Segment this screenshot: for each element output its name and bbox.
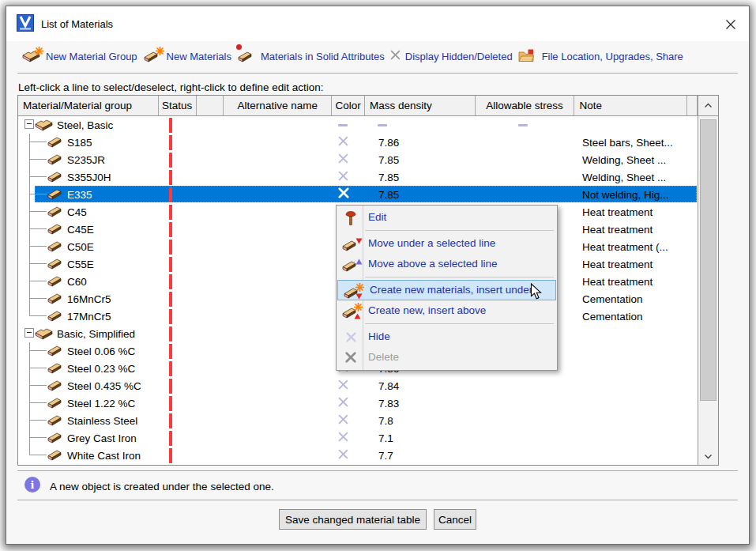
expander-minus-icon[interactable] xyxy=(24,328,34,338)
toolbar-item-new-materials[interactable]: New Materials xyxy=(143,46,231,66)
scrollbar-thumb[interactable] xyxy=(700,119,717,401)
tree-line xyxy=(29,203,30,221)
material-icon xyxy=(47,414,62,426)
cancel-button[interactable]: Cancel xyxy=(434,509,476,530)
menu-item-create-new-materials-insert-under[interactable]: Create new materials, insert under xyxy=(337,280,556,300)
note-value: Heat treatment xyxy=(582,224,653,236)
material-label: C55E xyxy=(67,259,94,270)
hammer-icon xyxy=(340,209,361,226)
material-label: S185 xyxy=(67,137,92,149)
table-row-e335[interactable]: E3357.85Not welding, Hig... xyxy=(18,186,698,203)
table-row-steel-0-435-c[interactable]: Steel 0.435 %C7.84 xyxy=(18,377,698,394)
color-x-icon xyxy=(338,187,349,202)
hide-icon xyxy=(340,328,361,345)
material-cell: White Cast Iron xyxy=(18,447,159,464)
note-value: Not welding, Hig... xyxy=(582,189,669,201)
material-group-icon xyxy=(35,326,54,340)
table-row-s235jr[interactable]: S235JR7.85Welding, Sheet ... xyxy=(18,151,698,168)
column-header-empty-2[interactable] xyxy=(197,96,224,115)
toolbar-item-label: New Materials xyxy=(167,51,231,62)
mass-density-cell: 7.85 xyxy=(366,151,476,168)
toolbar: New Material GroupNew MaterialsMaterials… xyxy=(22,45,683,67)
menu-item-move-under-a-selected-line[interactable]: Move under a selected line xyxy=(337,233,557,254)
menu-item-label: Move under a selected line xyxy=(368,237,495,249)
menu-item-move-above-a-selected-line[interactable]: Move above a selected line xyxy=(337,254,557,274)
menu-item-edit[interactable]: Edit xyxy=(337,207,557,228)
column-header-status[interactable]: Status xyxy=(159,96,197,115)
table-row-grey-cast-iron[interactable]: Grey Cast Iron7.1 xyxy=(18,429,698,447)
alternative-name-cell xyxy=(224,360,333,377)
material-label: C50E xyxy=(67,241,94,253)
column-header-mass-density[interactable]: Mass density xyxy=(365,96,476,115)
vertical-scrollbar[interactable] xyxy=(698,96,718,465)
close-icon[interactable] xyxy=(724,17,738,32)
column-header-allowable-stress[interactable]: Allowable stress xyxy=(476,96,575,115)
status-mark xyxy=(169,413,172,428)
tree-line xyxy=(29,194,47,194)
table-row-group-steel-basic[interactable]: Steel, Basic xyxy=(18,116,698,134)
allowable-stress-cell xyxy=(476,377,576,394)
material-icon xyxy=(47,362,62,374)
tree-line xyxy=(29,134,30,151)
spacer-cell xyxy=(197,290,224,308)
toolbar-item-label: New Material Group xyxy=(46,51,137,62)
column-header-note[interactable]: Note xyxy=(574,96,687,115)
mouse-cursor-icon xyxy=(530,283,542,304)
column-header-empty-8[interactable] xyxy=(687,96,698,115)
scroll-up-icon[interactable] xyxy=(698,96,718,116)
menu-separator xyxy=(365,230,554,231)
material-group-label: Steel, Basic xyxy=(57,119,113,131)
mass-density-cell: 7.83 xyxy=(366,394,476,412)
mass-density-cell: 7.8 xyxy=(366,412,476,429)
table-row-stainless-steel[interactable]: Stainless Steel7.8 xyxy=(18,412,698,429)
color-cell xyxy=(333,447,366,464)
column-header-alternative-name[interactable]: Alternative name xyxy=(224,96,332,115)
mass-density-value: 7.85 xyxy=(378,154,399,166)
color-cell xyxy=(333,116,366,134)
menu-item-create-new-insert-above[interactable]: Create new, insert above xyxy=(337,300,557,321)
column-header-material-material-group[interactable]: Material/Material group xyxy=(18,96,159,115)
material-label: White Cast Iron xyxy=(67,450,141,462)
tree-line xyxy=(29,211,47,212)
scroll-down-icon[interactable] xyxy=(698,448,718,465)
status-message: A new object is created under the select… xyxy=(50,481,274,493)
status-cell xyxy=(159,255,197,273)
toolbar-item-new-material-group[interactable]: New Material Group xyxy=(22,46,137,66)
material-label: Steel 0.06 %C xyxy=(67,345,135,357)
status-mark xyxy=(169,257,172,272)
table-row-s355j0h[interactable]: S355J0H7.85Welding, Sheet ... xyxy=(18,168,698,186)
menu-item-label: Create new, insert above xyxy=(368,304,486,316)
material-icon xyxy=(47,397,62,409)
density-none-mark xyxy=(378,124,387,126)
toolbar-item-file-location-upgrades-share[interactable]: File Location, Upgrades, Share xyxy=(518,46,683,66)
note-cell xyxy=(576,377,689,394)
table-row-steel-1-22-c[interactable]: Steel 1.22 %C7.83 xyxy=(18,394,698,412)
material-label: S235JR xyxy=(67,154,105,166)
status-cell xyxy=(159,429,197,447)
table-row-white-cast-iron[interactable]: White Cast Iron7.7 xyxy=(18,447,698,464)
info-icon: i xyxy=(24,477,40,493)
toolbar-item-label: Display Hidden/Deleted xyxy=(405,51,513,62)
toolbar-item-materials-in-solid-attributes[interactable]: Materials in Solid Attributes xyxy=(237,46,385,66)
column-header-color[interactable]: Color xyxy=(332,96,365,115)
status-cell xyxy=(159,116,197,134)
spacer-cell xyxy=(197,325,224,342)
toolbar-item-display-hidden-deleted[interactable]: Display Hidden/Deleted xyxy=(390,49,513,63)
tree-line xyxy=(29,394,30,412)
menu-item-hide[interactable]: Hide xyxy=(337,326,557,347)
expander-minus-icon[interactable] xyxy=(24,119,34,129)
table-row-s185[interactable]: S1857.86Steel bars, Sheet... xyxy=(18,134,698,151)
material-cell: Steel 0.435 %C xyxy=(18,377,159,394)
mass-density-value: 7.85 xyxy=(378,189,399,201)
material-cell: 16MnCr5 xyxy=(18,290,159,308)
material-icon xyxy=(47,432,62,443)
save-button[interactable]: Save changed material table xyxy=(279,509,427,530)
status-mark xyxy=(169,344,172,359)
material-icon xyxy=(47,153,62,165)
note-value: Heat treatment xyxy=(582,276,653,288)
tree-line xyxy=(29,455,47,455)
status-cell xyxy=(159,377,197,394)
color-x-icon xyxy=(338,396,348,410)
status-cell xyxy=(159,186,197,203)
alternative-name-cell xyxy=(224,238,333,255)
